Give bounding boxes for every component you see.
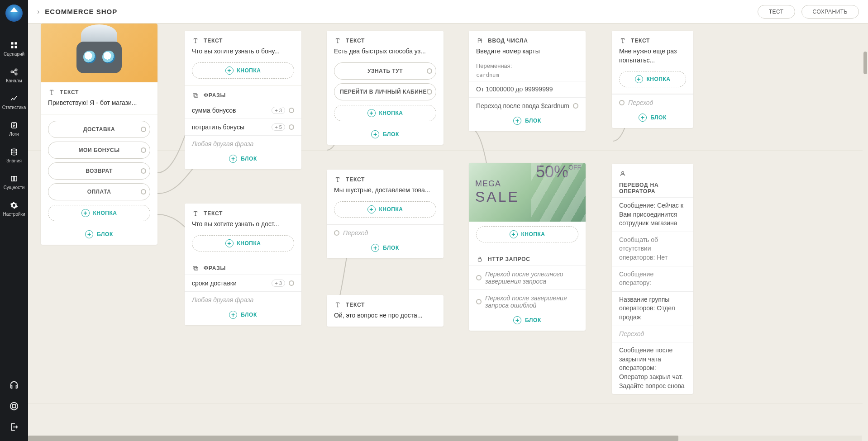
port[interactable]	[289, 124, 294, 130]
nav-settings[interactable]: Настройки	[0, 200, 28, 218]
notdelivery-text: Ой, это вопрос не про доста...	[327, 311, 444, 327]
port[interactable]	[289, 108, 294, 113]
add-block[interactable]: +БЛОК	[327, 128, 444, 145]
nav-stats[interactable]: Статистика	[0, 93, 28, 111]
port[interactable]	[141, 147, 146, 153]
lock-icon	[476, 256, 483, 263]
help-icon[interactable]	[9, 401, 19, 411]
bonuses-button[interactable]: МОИ БОНУСЫ	[48, 142, 150, 159]
learn-here-button[interactable]: УЗНАТЬ ТУТ	[334, 62, 436, 80]
database-icon	[10, 147, 19, 156]
phrase-row[interactable]: сумма бонусов + 3	[185, 102, 301, 119]
app-logo[interactable]	[5, 5, 23, 22]
save-button[interactable]: СОХРАНИТЬ	[801, 5, 859, 19]
nav-entities[interactable]: Сущности	[0, 173, 28, 191]
variable-label: Переменная:	[469, 62, 586, 72]
section-label: ФРАЗЫ	[204, 265, 226, 271]
test-button[interactable]: ТЕСТ	[758, 5, 795, 19]
phrase-row[interactable]: потратить бонусы + 5	[185, 119, 301, 135]
phrase-row[interactable]: сроки доставки + 3	[185, 275, 301, 291]
vertical-scrollbar[interactable]	[863, 47, 868, 436]
port[interactable]	[573, 103, 578, 109]
page-title: ECOMMERCE SHOP	[45, 8, 117, 15]
port[interactable]	[141, 189, 146, 194]
plus-icon: +	[225, 66, 234, 75]
card-sale[interactable]: 50%OFF MEGA SALE +КНОПКА HTTP ЗАПРОС	[469, 163, 586, 331]
add-button[interactable]: +КНОПКА	[476, 226, 578, 242]
add-block[interactable]: +БЛОК	[41, 228, 157, 245]
operator-msg: Сообщение: Сейчас к Вам присоединится со…	[612, 197, 693, 232]
http-error[interactable]: Переход после завершения запроса ошибкой	[469, 289, 586, 313]
port[interactable]	[476, 299, 482, 304]
nav-knowledge[interactable]: Знания	[0, 147, 28, 164]
add-block[interactable]: +БЛОК	[469, 313, 586, 331]
svg-rect-1	[15, 42, 17, 44]
plus-icon: +	[639, 114, 647, 122]
headset-icon[interactable]	[9, 380, 19, 390]
card-ways[interactable]: ТЕКСТ Есть два быстрых способа уз... УЗН…	[327, 31, 444, 145]
chevron-right-icon: ›	[37, 8, 39, 16]
nav-logs[interactable]: Логи	[0, 120, 28, 138]
add-block[interactable]: +БЛОК	[185, 308, 301, 325]
card-number-input[interactable]: ВВОД ЧИСЛА Введите номер карты Переменна…	[469, 31, 586, 131]
plus-icon: +	[225, 239, 234, 247]
transition[interactable]: Переход	[327, 224, 444, 241]
plus-icon: +	[367, 205, 376, 213]
goto-account-button[interactable]: ПЕРЕЙТИ В ЛИЧНЫЙ КАБИНЕТ	[334, 83, 436, 100]
nav-label: Каналы	[6, 78, 22, 83]
port[interactable]	[334, 230, 339, 236]
card-retry[interactable]: ТЕКСТ Мне нужно еще раз попытатьс... +КН…	[612, 31, 693, 128]
card-bonus[interactable]: ТЕКСТ Что вы хотите узнать о бону... +КН…	[185, 31, 301, 169]
port[interactable]	[476, 275, 482, 280]
add-button[interactable]: +КНОПКА	[192, 62, 294, 79]
transition-after-input[interactable]: Переход после ввода $cardnum	[469, 97, 586, 114]
range-text: От 10000000 до 99999999	[469, 81, 586, 98]
port[interactable]	[427, 89, 432, 95]
add-button[interactable]: +КНОПКА	[619, 71, 686, 87]
enter-card-text: Введите номер карты	[469, 47, 586, 62]
plus-icon: +	[513, 316, 521, 324]
svg-rect-10	[14, 176, 17, 181]
return-button[interactable]: ВОЗВРАТ	[48, 162, 150, 180]
svg-rect-2	[11, 46, 13, 48]
add-block[interactable]: +БЛОК	[327, 241, 444, 258]
operator-group: Название группы операторов: Отдел продаж	[612, 291, 693, 326]
nav-label: Сценарий	[4, 52, 24, 57]
card-start[interactable]: ТЕКСТ Приветствую! Я - бот магази... ДОС…	[41, 24, 157, 245]
payment-button[interactable]: ОПЛАТА	[48, 183, 150, 200]
svg-rect-9	[11, 176, 14, 181]
add-button[interactable]: +КНОПКА	[334, 105, 436, 121]
port[interactable]	[141, 168, 146, 174]
port[interactable]	[427, 68, 432, 74]
logout-icon[interactable]	[9, 422, 19, 432]
svg-rect-17	[478, 259, 482, 261]
card-notdelivery[interactable]: ТЕКСТ Ой, это вопрос не про доста...	[327, 295, 444, 327]
canvas[interactable]: ТЕКСТ Приветствую! Я - бот магази... ДОС…	[28, 24, 868, 441]
svg-rect-13	[193, 94, 197, 96]
any-phrase[interactable]: Любая другая фраза	[185, 291, 301, 308]
card-operator[interactable]: ПЕРЕВОД НА ОПЕРАТОРА Сообщение: Сейчас к…	[612, 164, 693, 394]
any-phrase[interactable]: Любая другая фраза	[185, 135, 301, 152]
nav-scenario[interactable]: Сценарий	[0, 40, 28, 57]
add-button[interactable]: +КНОПКА	[334, 201, 436, 218]
port[interactable]	[289, 280, 294, 286]
port[interactable]	[619, 100, 625, 105]
http-success[interactable]: Переход после успешного завершения запро…	[469, 266, 586, 289]
add-block[interactable]: +БЛОК	[469, 114, 586, 131]
add-block[interactable]: +БЛОК	[185, 152, 301, 169]
nav-channels[interactable]: Каналы	[0, 66, 28, 84]
port[interactable]	[141, 127, 146, 132]
transition[interactable]: Переход	[612, 326, 693, 342]
transition[interactable]: Переход	[612, 94, 693, 111]
nav-label: Знания	[6, 158, 22, 163]
add-block[interactable]: +БЛОК	[612, 111, 693, 128]
card-delivery[interactable]: ТЕКСТ Что вы хотите узнать о дост... +КН…	[185, 204, 301, 325]
operator-icon	[619, 170, 626, 177]
delivery-button[interactable]: ДОСТАВКА	[48, 121, 150, 138]
add-button[interactable]: +КНОПКА	[48, 205, 150, 221]
chart-icon	[10, 94, 19, 103]
add-button[interactable]: +КНОПКА	[192, 235, 294, 251]
card-fast[interactable]: ТЕКСТ Мы шустрые, доставляем това... +КН…	[327, 170, 444, 258]
horizontal-scrollbar[interactable]	[28, 436, 862, 441]
section-label: ТЕКСТ	[60, 89, 79, 95]
